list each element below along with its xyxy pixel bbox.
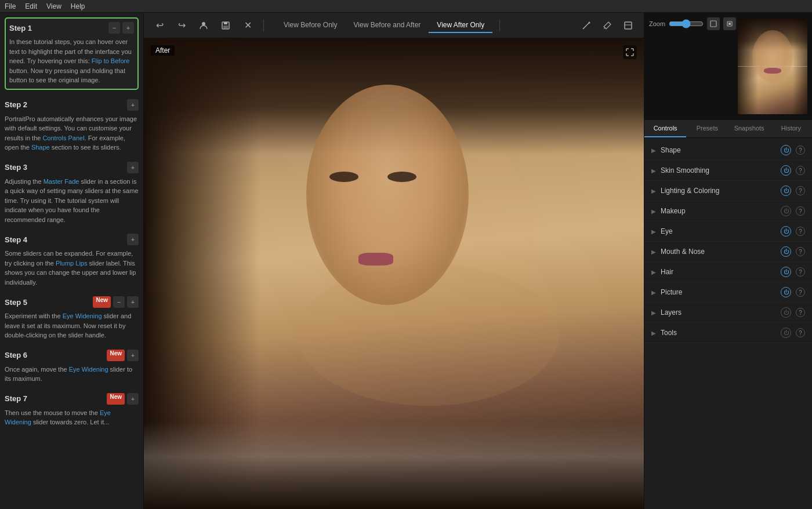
step-1-btn-left[interactable]: − xyxy=(108,22,120,34)
help-skin-button[interactable]: ? xyxy=(796,166,805,175)
step-4-title: Step 4 xyxy=(5,235,27,244)
toolbar: ↩ ↪ ✕ View Before Only View Before and A… xyxy=(144,13,644,38)
tab-presets[interactable]: Presets xyxy=(686,120,728,137)
step-1-badges: − + xyxy=(108,22,134,34)
power-picture-button[interactable]: ⏻ xyxy=(781,287,791,297)
power-mouth-button[interactable]: ⏻ xyxy=(781,246,791,257)
pencil-tool-button[interactable] xyxy=(578,17,595,34)
save-button[interactable] xyxy=(217,17,234,34)
step-1-title: Step 1 xyxy=(9,24,32,32)
eye-widening-link-6[interactable]: Eye Widening xyxy=(69,366,108,373)
step-1-text: In these tutorial steps, you can hover o… xyxy=(9,37,134,85)
help-lighting-button[interactable]: ? xyxy=(796,186,805,195)
menu-help[interactable]: Help xyxy=(71,2,85,10)
svg-line-4 xyxy=(583,23,589,28)
ctrl-hair-label: Hair xyxy=(661,268,781,276)
power-makeup-button[interactable]: ⏻ xyxy=(781,206,791,216)
tab-snapshots[interactable]: Snapshots xyxy=(728,120,770,137)
view-tabs: View Before Only View Before and After V… xyxy=(276,18,492,33)
shape-link[interactable]: Shape xyxy=(31,144,50,151)
step-3-btn[interactable]: + xyxy=(127,162,139,173)
help-picture-button[interactable]: ? xyxy=(796,288,805,297)
power-shape-button[interactable]: ⏻ xyxy=(781,145,791,155)
ctrl-mouth-nose[interactable]: ▶ Mouth & Nose ⏻ ? xyxy=(644,242,812,262)
help-hair-button[interactable]: ? xyxy=(796,267,805,277)
menu-edit[interactable]: Edit xyxy=(25,2,37,10)
expand-canvas-button[interactable] xyxy=(623,45,637,59)
tutorial-panel: Step 1 − + In these tutorial steps, you … xyxy=(0,13,144,509)
canvas-area[interactable]: After xyxy=(144,38,644,509)
menu-view[interactable]: View xyxy=(46,2,61,10)
thumbnail-divider xyxy=(738,66,807,67)
ctrl-eye[interactable]: ▶ Eye ⏻ ? xyxy=(644,221,812,242)
step-4-btn[interactable]: + xyxy=(127,234,139,245)
step-4-header: Step 4 + xyxy=(5,234,139,245)
redo-button[interactable]: ↪ xyxy=(173,17,190,34)
power-layers-button[interactable]: ⏻ xyxy=(781,307,791,318)
step-7-btn[interactable]: + xyxy=(127,393,139,405)
ctrl-tools[interactable]: ▶ Tools ⏻ ? xyxy=(644,323,812,343)
layers-tool-button[interactable] xyxy=(619,17,637,34)
ctrl-layers[interactable]: ▶ Layers ⏻ ? xyxy=(644,303,812,323)
step-5-btn-right[interactable]: + xyxy=(127,296,139,308)
undo-button[interactable]: ↩ xyxy=(151,17,168,34)
step-7-text: Then use the mouse to move the Eye Widen… xyxy=(5,408,139,427)
step-2-title: Step 2 xyxy=(5,100,27,109)
ctrl-shape[interactable]: ▶ Shape ⏻ ? xyxy=(644,140,812,161)
ctrl-picture[interactable]: ▶ Picture ⏻ ? xyxy=(644,282,812,303)
controls-panel-link[interactable]: Controls Panel xyxy=(42,134,84,141)
step-5-title: Step 5 xyxy=(5,298,27,307)
ctrl-skin-smoothing[interactable]: ▶ Skin Smoothing ⏻ ? xyxy=(644,161,812,181)
tab-history[interactable]: History xyxy=(770,120,812,137)
thumbnail-container xyxy=(738,19,807,114)
plump-lips-link[interactable]: Plump Lips xyxy=(56,260,87,267)
menu-file[interactable]: File xyxy=(5,2,16,10)
power-hair-button[interactable]: ⏻ xyxy=(781,267,791,277)
svg-rect-8 xyxy=(625,22,632,29)
svg-point-0 xyxy=(202,22,205,26)
power-skin-button[interactable]: ⏻ xyxy=(781,165,791,176)
view-before-after-tab[interactable]: View Before and After xyxy=(346,18,429,33)
step-2-btn[interactable]: + xyxy=(127,99,139,111)
help-shape-button[interactable]: ? xyxy=(796,146,805,155)
flip-to-before-link[interactable]: Flip to Before xyxy=(92,57,129,64)
step-6-text: Once again, move the Eye Widening slider… xyxy=(5,365,139,384)
view-after-tab[interactable]: View After Only xyxy=(429,18,492,33)
after-label: After xyxy=(151,45,175,56)
step-5-btn-left[interactable]: − xyxy=(113,296,125,308)
svg-rect-14 xyxy=(728,23,731,25)
svg-rect-3 xyxy=(223,26,228,28)
chevron-skin-icon: ▶ xyxy=(651,168,656,174)
step-5-badges: New − + xyxy=(93,296,139,308)
chevron-layers-icon: ▶ xyxy=(651,310,656,316)
power-tools-button[interactable]: ⏻ xyxy=(781,328,791,338)
ctrl-lighting[interactable]: ▶ Lighting & Coloring ⏻ ? xyxy=(644,181,812,201)
zoom-fit-button[interactable] xyxy=(707,17,720,30)
tab-controls[interactable]: Controls xyxy=(644,120,686,137)
power-eye-button[interactable]: ⏻ xyxy=(781,226,791,237)
chevron-lighting-icon: ▶ xyxy=(651,188,656,194)
zoom-slider[interactable] xyxy=(669,19,704,28)
master-fade-link[interactable]: Master Fade xyxy=(44,178,79,185)
view-before-tab[interactable]: View Before Only xyxy=(276,18,346,33)
help-tools-button[interactable]: ? xyxy=(796,328,805,337)
eye-widening-link-7[interactable]: Eye Widening xyxy=(5,409,111,426)
help-mouth-button[interactable]: ? xyxy=(796,247,805,256)
main-layout: Step 1 − + In these tutorial steps, you … xyxy=(0,13,812,509)
help-makeup-button[interactable]: ? xyxy=(796,206,805,216)
help-layers-button[interactable]: ? xyxy=(796,308,805,317)
brush-tool-button[interactable] xyxy=(599,17,616,34)
ctrl-hair[interactable]: ▶ Hair ⏻ ? xyxy=(644,262,812,282)
person-button[interactable] xyxy=(195,17,212,34)
step-3-header: Step 3 + xyxy=(5,162,139,173)
zoom-1to1-button[interactable] xyxy=(723,17,736,30)
ctrl-makeup[interactable]: ▶ Makeup ⏻ ? xyxy=(644,201,812,221)
power-lighting-button[interactable]: ⏻ xyxy=(781,186,791,196)
eye-widening-link-5[interactable]: Eye Widening xyxy=(63,312,102,319)
step-1-btn-right[interactable]: + xyxy=(122,22,134,34)
close-button[interactable]: ✕ xyxy=(239,17,256,34)
svg-point-6 xyxy=(589,21,590,23)
ctrl-eye-label: Eye xyxy=(661,227,781,235)
help-eye-button[interactable]: ? xyxy=(796,227,805,236)
step-6-btn[interactable]: + xyxy=(127,350,139,361)
